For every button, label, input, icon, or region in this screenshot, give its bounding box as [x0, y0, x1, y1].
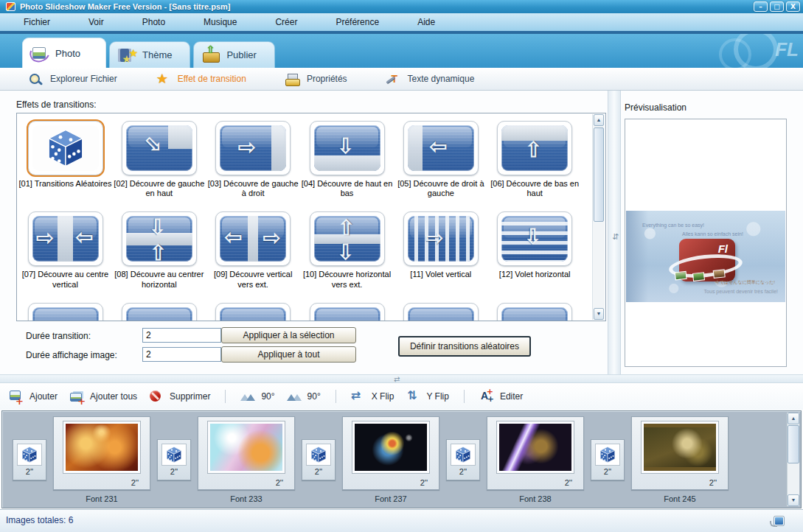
- transition-item-partial[interactable]: [18, 303, 112, 321]
- photo-name: Font 233: [230, 494, 262, 503]
- sub-toolbar-item[interactable]: Propriétés: [285, 72, 347, 86]
- transition-item[interactable]: [06] Découvre de bas en haut: [488, 121, 582, 198]
- transition-label: [09] Découvre vertical vers ext.: [206, 270, 299, 289]
- dice-icon: [21, 446, 38, 463]
- transition-item[interactable]: [03] Découvre de gauche à droit: [206, 121, 300, 198]
- transition-slot[interactable]: 2'': [157, 439, 191, 480]
- transition-item[interactable]: [04] Découvre de haut en bas: [300, 121, 394, 198]
- scroll-up-icon[interactable]: ▲: [788, 413, 799, 424]
- transition-item-partial[interactable]: [300, 303, 394, 321]
- transition-item-partial[interactable]: [112, 303, 206, 321]
- transition-label: [03] Découvre de gauche à droit: [206, 179, 299, 198]
- toolbar-button[interactable]: Y Flip: [406, 390, 448, 403]
- menu-item[interactable]: Préférence: [322, 15, 392, 29]
- duration-transition-input[interactable]: [142, 328, 221, 343]
- photo-thumbnail: [352, 421, 429, 473]
- preview-text-en: Everything can be so easy!: [642, 223, 704, 228]
- transition-icon: [220, 125, 286, 171]
- photo-thumbnail: [642, 421, 718, 473]
- toolbar-label: Ajouter: [29, 391, 58, 402]
- photo-slide[interactable]: 2'': [631, 416, 729, 490]
- toolbar-button[interactable]: 90°: [287, 390, 321, 403]
- transition-item[interactable]: [10] Découvre horizontal vers ext.: [300, 211, 394, 289]
- transition-duration: 2'': [26, 467, 33, 476]
- photo-name: Font 231: [86, 494, 117, 503]
- tab[interactable]: Thème: [109, 41, 190, 68]
- transitions-scrollbar[interactable]: ▲ ▼: [592, 114, 605, 320]
- transition-slot[interactable]: 2'': [591, 439, 625, 480]
- sub-toolbar-icon: [28, 72, 43, 86]
- photo-slide[interactable]: 2'': [342, 416, 439, 490]
- tab-label: Thème: [142, 49, 172, 60]
- toolbar-button[interactable]: 90°: [225, 390, 274, 403]
- scrollbar-thumb[interactable]: [788, 425, 799, 463]
- dice-icon: [454, 446, 472, 463]
- transition-label: [12] Volet horizontal: [488, 270, 581, 279]
- minimize-button[interactable]: –: [754, 1, 768, 12]
- photo-slide[interactable]: 2'': [53, 416, 150, 490]
- apply-selection-button[interactable]: Appliquer à la sélection: [221, 327, 356, 343]
- menu-item[interactable]: Musique: [190, 15, 250, 29]
- transition-item[interactable]: [12] Volet horizontal: [488, 211, 582, 289]
- menu-item[interactable]: Fichier: [10, 15, 63, 29]
- maximize-button[interactable]: □: [770, 1, 784, 12]
- photo-toolbar: Ajouter Ajouter tous Supprimer 90° 90°: [0, 383, 803, 410]
- toolbar-button[interactable]: Supprimer: [149, 390, 210, 403]
- dice-icon: [310, 446, 327, 463]
- menu-item[interactable]: Aide: [404, 15, 448, 29]
- apply-all-button[interactable]: Appliquer à tout: [221, 346, 356, 363]
- transition-item[interactable]: [09] Découvre vertical vers ext.: [206, 211, 300, 289]
- photo-duration: 2'': [565, 478, 572, 487]
- transition-item[interactable]: [02] Découvre de gauche en haut: [112, 121, 206, 198]
- menu-item[interactable]: Photo: [129, 15, 178, 29]
- scrollbar-thumb[interactable]: [594, 127, 604, 222]
- photo-slide[interactable]: 2'': [198, 416, 295, 490]
- sub-toolbar-item[interactable]: Texte dynamique: [386, 72, 475, 86]
- close-button[interactable]: X: [786, 1, 800, 12]
- transition-icon: [32, 125, 99, 171]
- tab[interactable]: Photo: [22, 38, 106, 68]
- transition-item-partial[interactable]: [206, 303, 300, 321]
- vertical-splitter[interactable]: ⇵: [608, 91, 621, 374]
- random-transitions-button[interactable]: Définir transitions aléatoires: [398, 336, 531, 357]
- filmstrip-scrollbar[interactable]: ▲ ▼: [787, 413, 799, 506]
- menu-item[interactable]: Créer: [262, 15, 310, 29]
- transition-slot[interactable]: 2'': [13, 439, 46, 480]
- transition-item[interactable]: [11] Volet vertical: [394, 211, 487, 289]
- toolbar-button[interactable]: Ajouter tous: [69, 390, 137, 403]
- splitter-handle-icon[interactable]: ⇄: [394, 375, 400, 383]
- scroll-up-icon[interactable]: ▲: [594, 114, 604, 126]
- sub-toolbar-label: Propriétés: [307, 74, 347, 84]
- tab[interactable]: Publier: [193, 41, 274, 68]
- photo-duration: 2'': [709, 478, 717, 487]
- duration-image-input[interactable]: [142, 347, 221, 362]
- transition-item-partial[interactable]: [394, 303, 487, 321]
- film-strip: 2'' 2'' Font 231 2'': [1, 410, 802, 508]
- horizontal-splitter[interactable]: ⇄: [0, 374, 803, 383]
- transition-item[interactable]: [08] Découvre au centrer horizontal: [112, 211, 206, 289]
- transition-slot[interactable]: 2'': [302, 439, 336, 480]
- toolbar-label: Supprimer: [170, 391, 210, 402]
- splitter-handle-icon[interactable]: ⇵: [612, 232, 619, 242]
- transition-item-partial[interactable]: [488, 303, 582, 321]
- toolbar-button[interactable]: Editer: [464, 390, 523, 403]
- sub-toolbar-item[interactable]: Effet de transition: [156, 72, 246, 86]
- transition-item[interactable]: [07] Découvre au centre vertical: [18, 211, 112, 289]
- filmstrip-ring-icon: [668, 251, 744, 281]
- tab-label: Publier: [226, 49, 256, 60]
- duration-transition-label: Durée transition:: [26, 331, 91, 341]
- transitions-section-label: Effets de transitions:: [16, 99, 97, 110]
- scroll-down-icon[interactable]: ▼: [788, 494, 799, 506]
- sub-toolbar-icon: [156, 72, 170, 86]
- toolbar-button[interactable]: X Flip: [336, 390, 394, 403]
- photo-slide[interactable]: 2'': [487, 416, 584, 490]
- scroll-down-icon[interactable]: ▼: [594, 308, 604, 320]
- transition-slot[interactable]: 2'': [446, 439, 480, 480]
- transition-item[interactable]: [01] Transitions Aléatoires: [18, 121, 112, 198]
- transitions-listbox: [01] Transitions Aléatoires: [16, 113, 606, 321]
- transition-duration: 2'': [170, 467, 178, 476]
- transition-item[interactable]: [05] Découvre de droit à gauche: [394, 121, 487, 198]
- toolbar-button[interactable]: Ajouter: [9, 390, 58, 403]
- sub-toolbar-item[interactable]: Exploreur Fichier: [28, 72, 117, 86]
- menu-item[interactable]: Voir: [75, 15, 117, 29]
